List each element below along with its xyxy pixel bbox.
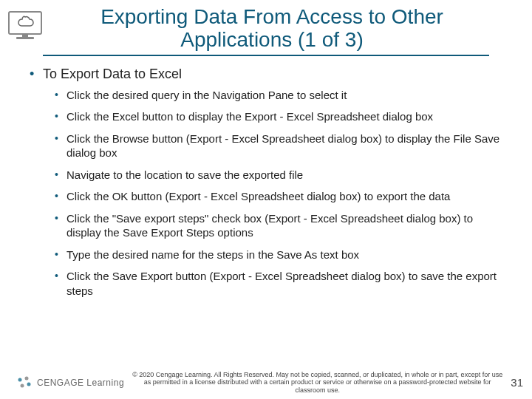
svg-rect-1 [22,34,28,37]
step-item: Type the desired name for the steps in t… [55,248,510,262]
copyright-text: © 2020 Cengage Learning. All Rights Rese… [124,371,511,395]
step-item: Click the Save Export button (Export - E… [55,269,510,298]
svg-point-4 [25,376,29,380]
cengage-logo-icon [16,375,33,391]
step-item: Click the desired query in the Navigatio… [55,88,510,103]
svg-point-6 [27,382,31,386]
monitor-cloud-icon [7,10,43,41]
step-item: Click the Excel button to display the Ex… [55,109,510,124]
logo-text: CENGAGE Learning [37,378,124,388]
slide-content: To Export Data to Excel Click the desire… [0,56,532,299]
slide-title: Exporting Data From Access to Other Appl… [49,6,495,52]
svg-rect-2 [16,37,34,39]
page-number: 31 [511,376,523,389]
cengage-logo: CENGAGE Learning [16,375,124,391]
slide-header: Exporting Data From Access to Other Appl… [0,0,532,52]
svg-point-5 [21,383,24,387]
subheading: To Export Data to Excel Click the desire… [30,66,510,299]
step-item: Navigate to the location to save the exp… [55,168,510,183]
subheading-text: To Export Data to Excel [43,66,182,81]
svg-point-3 [18,378,22,381]
step-item: Click the "Save export steps" check box … [55,211,510,240]
step-item: Click the OK button (Export - Excel Spre… [55,189,510,204]
slide-footer: CENGAGE Learning © 2020 Cengage Learning… [0,371,532,395]
step-item: Click the Browse button (Export - Excel … [55,132,510,160]
